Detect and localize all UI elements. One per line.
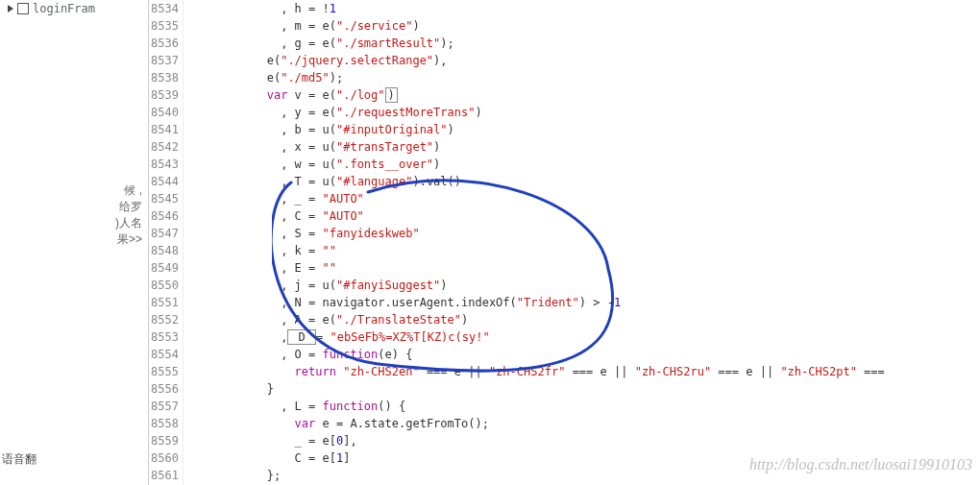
code-line: var v = e("./log") xyxy=(184,86,980,104)
line-number[interactable]: 8555 xyxy=(149,363,179,380)
line-number[interactable]: 8554 xyxy=(149,346,179,363)
code-line: , y = e("./requestMoreTrans") xyxy=(184,104,980,121)
devtools-source-view: loginFram 候 , 给罗 )人名 果>> 语音翻 85348535853… xyxy=(0,0,980,485)
code-line: , m = e("./service") xyxy=(184,17,980,35)
code-line: e("./jquery.selectRange"), xyxy=(184,52,980,69)
line-number[interactable]: 8545 xyxy=(149,190,179,207)
sidebar-bottom-text: 语音翻 xyxy=(2,451,37,468)
code-line: , T = u("#language").val() xyxy=(184,173,980,190)
line-number[interactable]: 8556 xyxy=(149,380,179,398)
line-number[interactable]: 8542 xyxy=(149,138,179,156)
code-line: var e = A.state.getFromTo(); xyxy=(184,415,980,432)
line-number[interactable]: 8537 xyxy=(149,52,179,69)
line-number[interactable]: 8541 xyxy=(149,121,179,138)
code-line: , x = u("#transTarget") xyxy=(184,138,980,156)
line-number[interactable]: 8546 xyxy=(149,207,179,225)
line-number[interactable]: 8548 xyxy=(149,242,179,259)
line-number[interactable]: 8560 xyxy=(149,449,179,467)
line-number[interactable]: 8549 xyxy=(149,259,179,277)
code-line: C = e[1] xyxy=(184,449,980,467)
code-line: , h = !1 xyxy=(184,0,980,17)
line-number[interactable]: 8534 xyxy=(149,0,179,17)
code-line: , L = function() { xyxy=(184,398,980,415)
code-line: , w = u(".fonts__over") xyxy=(184,156,980,173)
code-editor[interactable]: , h = !1 , m = e("./service") , g = e(".… xyxy=(184,0,980,485)
line-number[interactable]: 8539 xyxy=(149,86,179,104)
sidebar-item-loginframe[interactable]: loginFram xyxy=(8,0,148,17)
chevron-right-icon xyxy=(8,5,13,12)
code-line: }; xyxy=(184,467,980,484)
code-line: , b = u("#inputOriginal") xyxy=(184,121,980,138)
code-line: , D = "ebSeFb%=XZ%T[KZ)c(sy!" xyxy=(184,328,980,346)
line-number[interactable]: 8558 xyxy=(149,415,179,432)
line-number[interactable]: 8561 xyxy=(149,467,179,484)
line-number-gutter[interactable]: 8534853585368537853885398540854185428543… xyxy=(149,0,184,485)
line-number[interactable]: 8550 xyxy=(149,277,179,294)
frame-icon xyxy=(17,3,29,14)
code-line: , S = "fanyideskweb" xyxy=(184,225,980,242)
line-number[interactable]: 8551 xyxy=(149,294,179,311)
line-number[interactable]: 8559 xyxy=(149,432,179,449)
code-line: , g = e("./smartResult"); xyxy=(184,35,980,52)
sidebar-item-label: loginFram xyxy=(33,2,95,15)
code-line: , j = u("#fanyiSuggest") xyxy=(184,277,980,294)
code-line: } xyxy=(184,380,980,398)
code-line: , A = e("./TranslateState") xyxy=(184,311,980,328)
code-line: , N = navigator.userAgent.indexOf("Tride… xyxy=(184,294,980,311)
sidebar-hint-text: 候 , 给罗 )人名 果>> xyxy=(0,182,148,248)
code-line: _ = e[0], xyxy=(184,432,980,449)
line-number[interactable]: 8540 xyxy=(149,104,179,121)
line-number[interactable]: 8544 xyxy=(149,173,179,190)
line-number[interactable]: 8557 xyxy=(149,398,179,415)
code-line: , O = function(e) { xyxy=(184,346,980,363)
line-number[interactable]: 8536 xyxy=(149,35,179,52)
code-line: , k = "" xyxy=(184,242,980,259)
sidebar-panel[interactable]: loginFram 候 , 给罗 )人名 果>> 语音翻 xyxy=(0,0,149,485)
line-number[interactable]: 8543 xyxy=(149,156,179,173)
line-number[interactable]: 8538 xyxy=(149,69,179,86)
code-line: return "zh-CHS2en" === e || "zh-CHS2fr" … xyxy=(184,363,980,380)
code-line: , E = "" xyxy=(184,259,980,277)
code-line: , C = "AUTO" xyxy=(184,207,980,225)
line-number[interactable]: 8547 xyxy=(149,225,179,242)
code-line: e("./md5"); xyxy=(184,69,980,86)
code-line: , _ = "AUTO" xyxy=(184,190,980,207)
line-number[interactable]: 8552 xyxy=(149,311,179,328)
line-number[interactable]: 8535 xyxy=(149,17,179,35)
line-number[interactable]: 8553 xyxy=(149,328,179,346)
